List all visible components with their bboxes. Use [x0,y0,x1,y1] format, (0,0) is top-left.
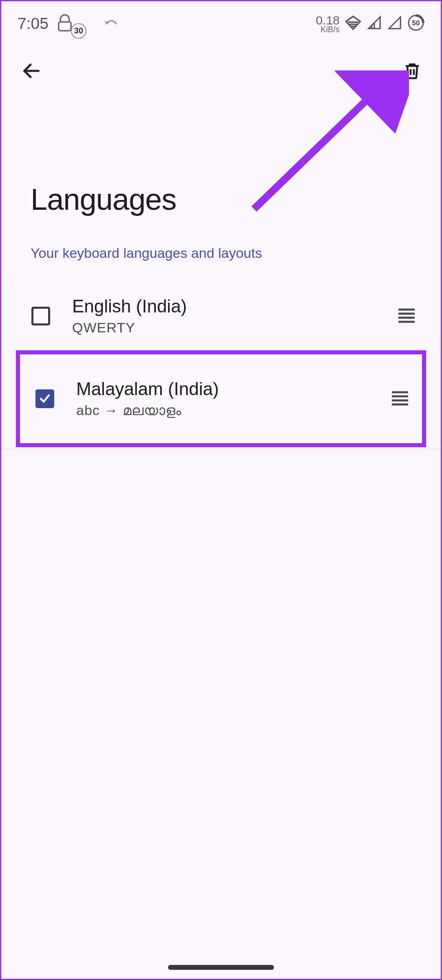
delete-button[interactable] [399,58,425,84]
trash-icon [402,61,422,82]
signal-icon-1 [367,15,382,32]
checkbox-english[interactable] [30,305,52,327]
checkbox-checked-icon [35,389,54,408]
checkbox-unchecked-icon [31,307,50,325]
language-name: English (India) [72,296,374,316]
section-subtitle: Your keyboard languages and layouts [1,241,441,281]
drag-handle-icon [390,390,410,408]
language-name: Malayalam (India) [76,379,367,399]
back-button[interactable] [18,58,44,84]
language-layout: QWERTY [72,320,374,336]
battery-icon: 50 [407,14,424,33]
missed-call-icon [103,15,119,33]
status-bar: 7:05 30 0.18 KiB/s [1,1,441,42]
page-title: Languages [1,92,441,241]
wifi-icon [345,14,362,33]
language-list: English (India) QWERTY Malayalam (India)… [1,281,441,449]
gesture-bar [168,965,274,970]
signal-icon-2 [387,15,402,32]
app-bar [1,42,441,92]
arrow-left-icon [21,60,42,83]
drag-handle[interactable] [394,304,419,328]
language-layout: abc → മലയാളം [76,402,367,419]
svg-rect-0 [59,22,71,31]
language-row-english[interactable]: English (India) QWERTY [1,281,441,350]
drag-handle-icon [396,307,417,325]
checkbox-malayalam[interactable] [34,388,56,410]
language-row-malayalam[interactable]: Malayalam (India) abc → മലയാളം [16,350,426,447]
network-speed: 0.18 KiB/s [316,15,340,33]
drag-handle[interactable] [388,387,412,411]
notification-badge: 30 [71,23,87,41]
status-time: 7:05 [18,15,49,33]
